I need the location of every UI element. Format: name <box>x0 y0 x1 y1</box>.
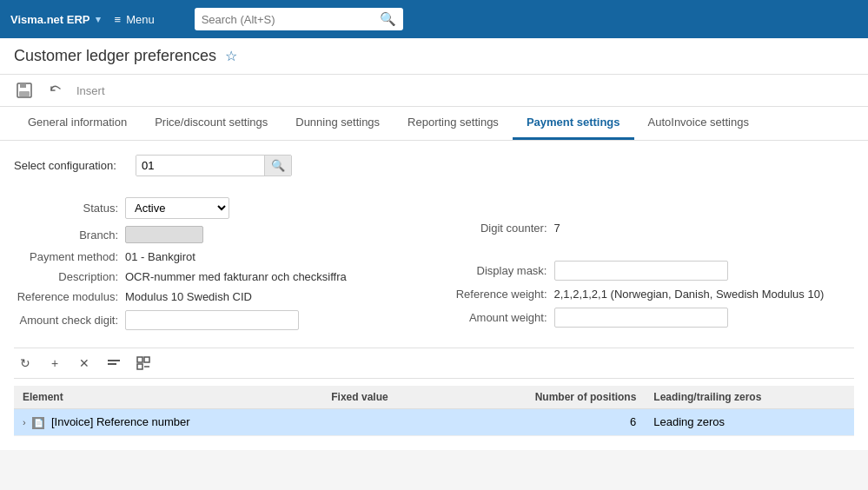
favorite-icon[interactable]: ☆ <box>225 48 237 64</box>
description-label: Description: <box>14 270 118 283</box>
add-button[interactable]: + <box>43 352 66 374</box>
col-num-positions: Number of positions <box>447 386 645 409</box>
config-label: Select configuration: <box>14 159 127 172</box>
reference-weight-row: Reference weight: 2,1,2,1,2,1 (Norwegian… <box>443 284 855 304</box>
description-value: OCR-nummer med fakturanr och checksiffra <box>125 270 347 283</box>
payment-method-value: 01 - Bankgirot <box>125 250 195 263</box>
svg-rect-1 <box>20 83 26 88</box>
description-row: Description: OCR-nummer med fakturanr oc… <box>14 267 426 287</box>
num-positions-cell: 6 <box>447 409 645 436</box>
grid-button[interactable] <box>132 352 155 374</box>
brand-logo: Visma.net ERP ▾ <box>10 13 101 26</box>
tabs-bar: General information Price/discount setti… <box>0 107 868 141</box>
reference-modulus-value: Modulus 10 Swedish CID <box>125 290 252 303</box>
expand-icon[interactable]: › <box>23 417 26 427</box>
col-fixed-value: Fixed value <box>322 386 447 409</box>
tab-general[interactable]: General information <box>14 107 141 140</box>
amount-weight-label: Amount weight: <box>443 311 547 324</box>
leading-cell: Leading zeros <box>645 409 854 436</box>
align-button[interactable] <box>103 352 125 374</box>
fixed-value-cell <box>322 409 447 436</box>
display-mask-label: Display mask: <box>443 264 547 277</box>
tab-reporting[interactable]: Reporting settings <box>394 107 513 140</box>
status-row: Status: Active Inactive <box>14 194 426 222</box>
svg-rect-2 <box>19 91 30 96</box>
digit-counter-row: Digit counter: 7 <box>443 218 855 238</box>
config-search-icon[interactable]: 🔍 <box>264 156 291 175</box>
menu-label: Menu <box>126 13 155 26</box>
table-row[interactable]: › 📄 [Invoice] Reference number 6 Leading… <box>14 409 854 436</box>
config-row: Select configuration: 🔍 <box>14 155 854 176</box>
branch-input[interactable] <box>125 226 203 243</box>
svg-rect-5 <box>137 357 142 362</box>
display-mask-row: Display mask: <box>443 257 855 284</box>
reference-weight-label: Reference weight: <box>443 288 547 301</box>
payment-method-label: Payment method: <box>14 250 118 263</box>
search-input[interactable] <box>202 13 380 26</box>
config-input[interactable] <box>136 156 264 175</box>
svg-rect-3 <box>108 360 120 361</box>
svg-rect-6 <box>144 357 149 362</box>
payment-method-row: Payment method: 01 - Bankgirot <box>14 247 426 267</box>
tab-payment[interactable]: Payment settings <box>513 107 634 140</box>
digit-counter-value: 7 <box>554 222 560 235</box>
undo-button[interactable] <box>45 80 66 101</box>
reference-modulus-row: Reference modulus: Modulus 10 Swedish CI… <box>14 287 426 307</box>
svg-rect-7 <box>137 364 142 369</box>
amount-weight-row: Amount weight: <box>443 304 855 331</box>
brand-dropdown-icon[interactable]: ▾ <box>96 14 101 25</box>
element-cell: › 📄 [Invoice] Reference number <box>14 409 322 436</box>
page-header: Customer ledger preferences ☆ <box>0 38 868 75</box>
col-leading: Leading/trailing zeros <box>645 386 854 409</box>
digit-counter-label: Digit counter: <box>443 222 547 235</box>
reference-modulus-label: Reference modulus: <box>14 290 118 303</box>
tab-price[interactable]: Price/discount settings <box>141 107 282 140</box>
status-select[interactable]: Active Inactive <box>125 197 229 219</box>
page-title: Customer ledger preferences <box>14 47 216 65</box>
col-element: Element <box>14 386 322 409</box>
main-content: Select configuration: 🔍 Status: Active I… <box>0 141 868 450</box>
tab-autoinvoice[interactable]: AutoInvoice settings <box>634 107 763 140</box>
element-name: [Invoice] Reference number <box>51 415 190 428</box>
row-icon: 📄 <box>32 417 44 429</box>
config-input-wrap: 🔍 <box>136 155 292 176</box>
display-mask-input[interactable] <box>554 261 728 281</box>
amount-check-digit-input[interactable] <box>125 310 299 330</box>
data-table: Element Fixed value Number of positions … <box>14 386 854 436</box>
save-button[interactable] <box>14 80 35 101</box>
amount-weight-input[interactable] <box>554 308 728 328</box>
top-nav: Visma.net ERP ▾ ≡ Menu 🔍 <box>0 0 868 38</box>
amount-check-digit-label: Amount check digit: <box>14 314 118 327</box>
toolbar: Insert <box>0 75 868 107</box>
insert-label: Insert <box>76 84 105 97</box>
amount-check-digit-row: Amount check digit: <box>14 307 426 334</box>
brand-name: Visma.net ERP <box>10 13 90 26</box>
branch-row: Branch: <box>14 222 426 247</box>
search-icon[interactable]: 🔍 <box>380 11 396 27</box>
delete-button[interactable]: ✕ <box>73 352 96 374</box>
hamburger-icon: ≡ <box>115 13 122 26</box>
sub-toolbar: ↻ + ✕ <box>14 348 854 379</box>
svg-rect-4 <box>108 363 116 365</box>
menu-button[interactable]: ≡ Menu <box>115 13 155 26</box>
search-bar: 🔍 <box>195 8 403 30</box>
status-label: Status: <box>14 202 118 215</box>
tab-dunning[interactable]: Dunning settings <box>282 107 394 140</box>
refresh-button[interactable]: ↻ <box>14 352 36 374</box>
branch-label: Branch: <box>14 228 118 242</box>
reference-weight-value: 2,1,2,1,2,1 (Norwegian, Danish, Swedish … <box>554 288 825 301</box>
